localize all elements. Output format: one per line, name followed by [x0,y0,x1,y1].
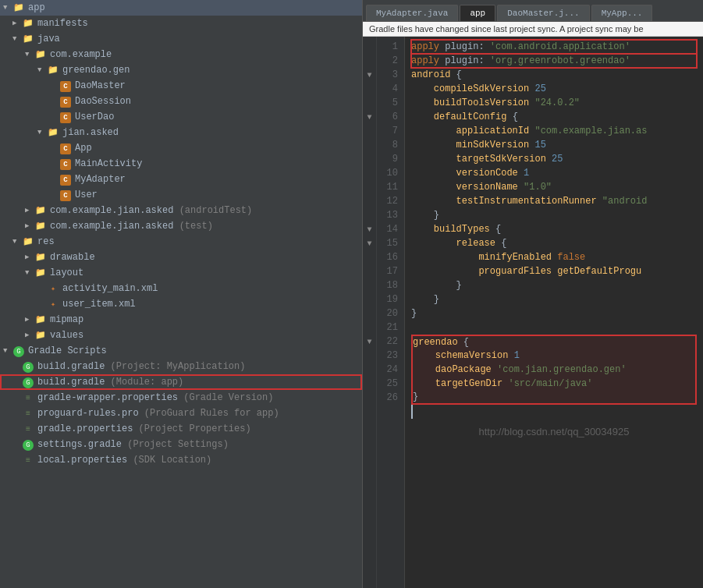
fn-daoPackage: daoPackage [435,363,492,377]
tree-label-activity-main: activity_main.xml [62,282,158,296]
gutter-row-14[interactable]: ▼ [364,222,375,236]
expand-arrow-com-example[interactable]: ▼ [25,48,34,62]
folder-icon-greendao-gen: 📁 [47,64,59,76]
tree-item-drawable[interactable]: ▶ 📁 drawable [0,250,362,265]
num-schema-1: 1 [514,349,520,363]
gutter-row-4 [364,82,375,96]
folder-icon-values: 📁 [34,329,47,342]
expand-arrow-mipmap[interactable]: ▶ [25,313,34,327]
tree-extra-build-gradle-app: (Module: app) [105,375,183,389]
java-icon-daosession: C [59,95,72,108]
expand-arrow-java[interactable]: ▼ [12,32,22,46]
tree-label-res: res [37,235,55,249]
folder-icon-test: 📁 [34,220,47,232]
file-tree-panel[interactable]: ▼ 📁 app ▶ 📁 manifests ▼ 📁 java ▼ 📁 com.e… [0,0,363,588]
code-line-17: proguardFiles getDefaultProgu [411,264,697,278]
tree-item-myadapter[interactable]: C MyAdapter [0,172,362,187]
folder-icon-layout: 📁 [34,267,47,279]
code-gutter[interactable]: ▼ ▼ ▼ ▼ ▼ [363,37,377,588]
tree-item-java[interactable]: ▼ 📁 java [0,31,362,47]
tree-label-local-properties: local.properties [37,453,127,467]
tree-label-settings-gradle: settings.gradle [37,437,122,452]
tree-item-layout[interactable]: ▼ 📁 layout [0,265,362,281]
expand-arrow-manifests[interactable]: ▶ [12,16,22,30]
tree-item-app[interactable]: ▼ 📁 app [0,0,362,16]
tree-item-settings-gradle[interactable]: G settings.gradle (Project Settings) [0,437,362,452]
gutter-row-13 [364,208,375,222]
editor-tabs[interactable]: MyAdapter.java app DaoMaster.j... MyApp.… [363,0,703,22]
tree-label-build-gradle-project: build.gradle [37,360,105,374]
gutter-row-26 [364,391,375,405]
expand-arrow-drawable[interactable]: ▶ [25,250,34,264]
tree-item-gradle-properties[interactable]: ≡ gradle.properties (Project Properties) [0,421,362,437]
code-line-22: greendao { [411,335,697,349]
gutter-row-15[interactable]: ▼ [364,236,375,250]
watermark: http://blog.csdn.net/qq_30034925 [411,419,697,442]
expand-arrow-values[interactable]: ▶ [25,328,34,342]
tree-item-build-gradle-app[interactable]: G build.gradle (Module: app) [0,374,362,390]
expand-arrow-app[interactable]: ▼ [3,1,12,15]
tree-item-activity-main[interactable]: ✦ activity_main.xml [0,281,362,296]
tree-item-manifests[interactable]: ▶ 📁 manifests [0,16,362,31]
tree-extra-gradle-properties: (Project Properties) [133,422,250,436]
gutter-row-22[interactable]: ▼ [364,335,375,349]
code-content[interactable]: apply plugin: 'com.android.application' … [405,37,703,588]
fn-getDefault: getDefaultProgu [557,264,641,278]
tree-item-greendao-gen[interactable]: ▼ 📁 greendao.gen [0,62,362,78]
expand-arrow-gradle-scripts[interactable]: ▼ [3,344,12,358]
folder-icon-mipmap: 📁 [34,313,47,326]
tree-item-userdao[interactable]: C UserDao [0,109,362,125]
spacer-app-class [50,141,59,155]
tree-item-res[interactable]: ▼ 📁 res [0,234,362,250]
tree-extra-proguard: (ProGuard Rules for app) [139,406,279,420]
gutter-row-3[interactable]: ▼ [364,68,375,82]
expand-arrow-jian-asked[interactable]: ▼ [37,126,47,140]
tree-label-proguard: proguard-rules.pro [37,406,139,420]
tree-item-user[interactable]: C User [0,187,362,203]
tree-item-mainactivity[interactable]: C MainActivity [0,156,362,172]
tree-item-build-gradle-project[interactable]: G build.gradle (Project: MyApplication) [0,359,362,374]
tree-item-values[interactable]: ▶ 📁 values [0,328,362,343]
tree-item-test[interactable]: ▶ 📁 com.example.jian.asked (test) [0,218,362,234]
tree-item-local-properties[interactable]: ≡ local.properties (SDK Location) [0,452,362,468]
tab-myapp-label: MyApp... [602,9,643,18]
expand-arrow-androidtest[interactable]: ▶ [25,204,34,218]
expand-arrow-test[interactable]: ▶ [25,219,34,233]
tree-extra-gradle-wrapper: (Gradle Version) [178,391,273,405]
tree-item-user-item[interactable]: ✦ user_item.xml [0,296,362,312]
tree-item-proguard[interactable]: ≡ proguard-rules.pro (ProGuard Rules for… [0,406,362,421]
spacer-mainactivity [50,157,59,171]
code-line-4: compileSdkVersion 25 [411,82,697,96]
tree-item-app-class[interactable]: C App [0,140,362,156]
expand-arrow-res[interactable]: ▼ [12,235,22,249]
tab-app[interactable]: app [460,5,495,21]
folder-icon-app: 📁 [12,2,25,14]
tab-myadapter[interactable]: MyAdapter.java [366,5,458,21]
tab-app-label: app [470,9,485,18]
tab-myapp[interactable]: MyApp... [591,5,653,21]
tree-item-daosession[interactable]: C DaoSession [0,94,362,109]
spacer-user [50,188,59,202]
gutter-row-19 [364,292,375,306]
expand-arrow-layout[interactable]: ▼ [25,266,34,280]
code-line-8: minSdkVersion 15 [411,138,697,152]
tree-item-gradle-wrapper[interactable]: ≡ gradle-wrapper.properties (Gradle Vers… [0,390,362,406]
expand-arrow-greendao-gen[interactable]: ▼ [37,63,47,77]
tree-item-gradle-scripts[interactable]: ▼ G Gradle Scripts [0,343,362,359]
tree-item-daomaster[interactable]: C DaoMaster [0,78,362,94]
fn-buildTools: buildToolsVersion [434,96,529,110]
tree-item-androidtest[interactable]: ▶ 📁 com.example.jian.asked (androidTest) [0,203,362,218]
tree-item-com-example[interactable]: ▼ 📁 com.example [0,47,362,62]
tab-daomaster[interactable]: DaoMaster.j... [497,5,589,21]
tree-item-jian-asked[interactable]: ▼ 📁 jian.asked [0,125,362,140]
code-area[interactable]: ▼ ▼ ▼ ▼ ▼ 1 2 [363,37,703,588]
watermark-text: http://blog.csdn.net/qq_30034925 [479,426,630,437]
code-line-1: apply plugin: 'com.android.application' [411,40,697,54]
tree-item-mipmap[interactable]: ▶ 📁 mipmap [0,312,362,328]
code-line-24: daoPackage 'com.jian.greendao.gen' [411,363,697,377]
gutter-row-8 [364,138,375,152]
gutter-row-6[interactable]: ▼ [364,110,375,124]
gutter-row-23 [364,349,375,363]
java-icon-user: C [59,189,72,201]
java-icon-userdao: C [59,111,72,123]
